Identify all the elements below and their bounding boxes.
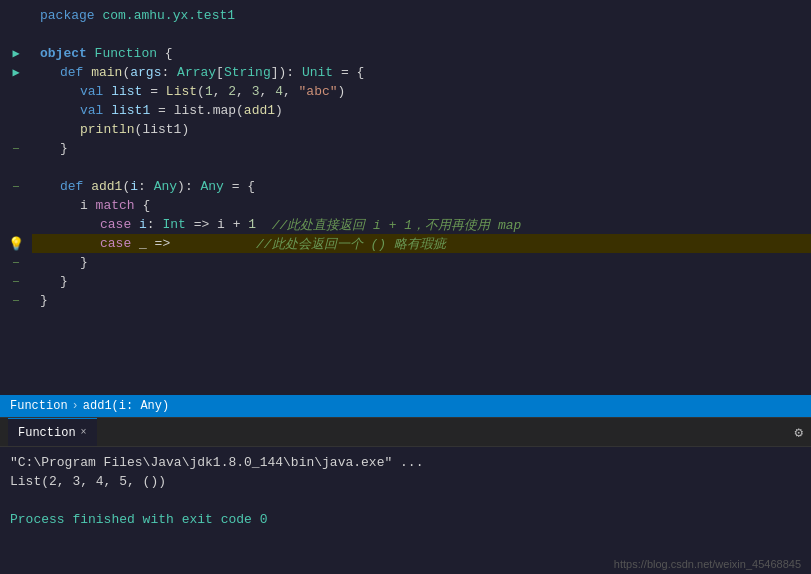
token: => i + [186,217,248,232]
line-indicator-8 [0,158,32,177]
arrow-icon: ▶ [12,46,19,61]
token: com.amhu.yx.test1 [102,8,235,23]
token: , [260,84,276,99]
breadcrumb-separator: › [72,399,79,413]
token: case [100,217,139,232]
fold-icon[interactable]: — [13,143,19,154]
line-indicator-2[interactable]: ▶ [0,44,32,63]
panel-tab-bar: Function × ⚙ [0,418,811,447]
code-line-8 [32,158,811,177]
token: { [135,198,151,213]
breadcrumb-item-1[interactable]: Function [10,399,68,413]
token: 1 [205,84,213,99]
code-line-4: val list = List(1, 2, 3, 4, "abc") [32,82,811,101]
line-indicator-11 [0,215,32,234]
fold-icon[interactable]: — [13,295,19,306]
line-indicator-15[interactable]: — [0,291,32,310]
token: i [139,217,147,232]
panel-tab-function[interactable]: Function × [8,418,97,446]
token: args [130,65,161,80]
line-indicator-1 [0,25,32,44]
code-line-5: val list1 = list.map(add1) [32,101,811,120]
token: main [91,65,122,80]
code-line-15: } [32,291,811,310]
token: val [80,103,111,118]
token: , [283,84,299,99]
token: Unit [302,65,333,80]
token: _ => [139,236,170,251]
token: i [80,198,96,213]
bottom-panel: Function × ⚙ "C:\Program Files\Java\jdk1… [0,417,811,574]
token [256,217,272,232]
gear-icon[interactable]: ⚙ [795,424,803,441]
token: add1 [244,103,275,118]
token: [ [216,65,224,80]
line-indicator-10 [0,196,32,215]
token: String [224,65,271,80]
line-indicator-7[interactable]: — [0,139,32,158]
token: Function [95,46,157,61]
line-indicator-9[interactable]: — [0,177,32,196]
token: ) [338,84,346,99]
line-indicator-13[interactable]: — [0,253,32,272]
token: i [130,179,138,194]
code-line-14: } [32,272,811,291]
output-line-1: List(2, 3, 4, 5, ()) [10,472,801,491]
code-line-12: case _ => //此处会返回一个 () 略有瑕疵 [32,234,811,253]
panel-tab-close[interactable]: × [81,427,87,438]
line-indicator-12[interactable]: 💡 [0,234,32,253]
code-line-13: } [32,253,811,272]
fold-icon[interactable]: — [13,276,19,287]
output-lines-container: "C:\Program Files\Java\jdk1.8.0_144\bin\… [10,453,801,529]
fold-icon[interactable]: — [13,181,19,192]
token: list [111,84,142,99]
line-indicator-0 [0,6,32,25]
token: //此处会返回一个 () 略有瑕疵 [170,235,446,253]
token: def [60,179,91,194]
breadcrumb-bar: Function › add1(i: Any) [0,395,811,417]
token: ) [275,103,283,118]
token: package [40,8,102,23]
line-indicator-4 [0,82,32,101]
token: 2 [228,84,236,99]
token: : [138,179,154,194]
token: Array [177,65,216,80]
token: val [80,84,111,99]
token: List [166,84,197,99]
code-line-7: } [32,139,811,158]
token: Any [200,179,223,194]
code-lines: package com.amhu.yx.test1object Function… [32,0,811,395]
output-line-2 [10,491,801,510]
token: = { [333,65,364,80]
editor-area: ▶▶——💡——— package com.amhu.yx.test1object… [0,0,811,395]
token: list1 [111,103,150,118]
code-line-11: case i: Int => i + 1 //此处直接返回 i + 1，不用再使… [32,215,811,234]
token: match [96,198,135,213]
token: , [236,84,252,99]
token: Any [154,179,177,194]
token: ]): [271,65,302,80]
token: = list.map( [150,103,244,118]
panel-content: "C:\Program Files\Java\jdk1.8.0_144\bin\… [0,447,811,574]
token: 3 [252,84,260,99]
token: } [80,255,88,270]
token: ): [177,179,200,194]
panel-tab-label: Function [18,426,76,440]
token: = { [224,179,255,194]
token: ( [122,179,130,194]
line-indicator-14[interactable]: — [0,272,32,291]
token: case [100,236,139,251]
code-line-0: package com.amhu.yx.test1 [32,6,811,25]
breadcrumb-item-2[interactable]: add1(i: Any) [83,399,169,413]
watermark: https://blog.csdn.net/weixin_45468845 [614,558,801,570]
line-indicator-3[interactable]: ▶ [0,63,32,82]
token: ( [197,84,205,99]
code-line-2: object Function { [32,44,811,63]
token: 4 [275,84,283,99]
token: 1 [248,217,256,232]
token: } [40,293,48,308]
lightbulb-icon[interactable]: 💡 [8,236,24,252]
fold-icon[interactable]: — [13,257,19,268]
token: //此处直接返回 i + 1，不用再使用 map [272,216,522,234]
token: (list1) [135,122,190,137]
